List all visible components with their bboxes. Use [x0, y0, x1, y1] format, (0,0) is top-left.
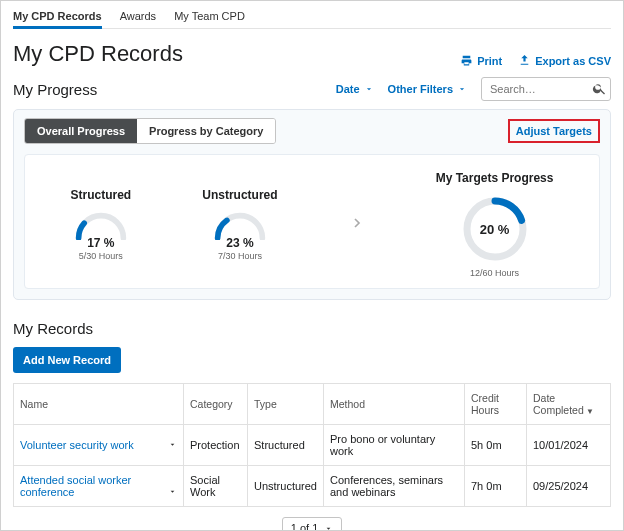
cell-credit: 7h 0m [465, 466, 527, 507]
export-label: Export as CSV [535, 55, 611, 67]
targets-gauge-block: My Targets Progress 20 % 12/60 Hours [436, 171, 554, 278]
tab-my-team-cpd[interactable]: My Team CPD [174, 6, 245, 28]
cell-date: 10/01/2024 [527, 425, 611, 466]
print-label: Print [477, 55, 502, 67]
structured-gauge-icon [73, 210, 129, 240]
search-input[interactable] [481, 77, 611, 101]
cell-type: Structured [248, 425, 324, 466]
cell-category: Protection [184, 425, 248, 466]
record-name-text: Volunteer security work [20, 439, 134, 451]
unstructured-gauge-icon [212, 210, 268, 240]
cell-date: 09/25/2024 [527, 466, 611, 507]
pager[interactable]: 1 of 1 [282, 517, 343, 531]
cell-credit: 5h 0m [465, 425, 527, 466]
targets-label: My Targets Progress [436, 171, 554, 185]
table-row: Attended social worker conference Social… [14, 466, 611, 507]
other-filters-label: Other Filters [388, 83, 453, 95]
export-icon [518, 54, 531, 67]
my-progress-heading: My Progress [13, 81, 97, 98]
record-name-link[interactable]: Attended social worker conference [14, 466, 184, 507]
adjust-targets-highlight: Adjust Targets [508, 119, 600, 143]
cell-method: Conferences, seminars and webinars [323, 466, 464, 507]
col-date[interactable]: Date Completed [527, 384, 611, 425]
nav-tabs: My CPD Records Awards My Team CPD [13, 5, 611, 29]
col-credit[interactable]: Credit Hours [465, 384, 527, 425]
chevron-down-icon [324, 524, 333, 532]
cell-method: Pro bono or voluntary work [323, 425, 464, 466]
cell-category: Social Work [184, 466, 248, 507]
cell-type: Unstructured [248, 466, 324, 507]
arrow-icon [349, 213, 365, 236]
tab-awards[interactable]: Awards [120, 6, 156, 28]
chevron-down-icon[interactable] [168, 440, 177, 449]
export-csv-button[interactable]: Export as CSV [518, 54, 611, 67]
tab-my-cpd-records[interactable]: My CPD Records [13, 6, 102, 28]
targets-sub: 12/60 Hours [470, 268, 519, 278]
record-name-text: Attended social worker conference [20, 474, 131, 498]
record-name-link[interactable]: Volunteer security work [14, 425, 184, 466]
unstructured-label: Unstructured [202, 188, 277, 202]
progress-view-toggle: Overall Progress Progress by Category [24, 118, 276, 144]
structured-sub: 5/30 Hours [79, 251, 123, 261]
tab-overall-progress[interactable]: Overall Progress [25, 119, 137, 143]
print-button[interactable]: Print [460, 54, 502, 67]
chevron-down-icon[interactable] [168, 487, 177, 496]
search-wrapper [481, 77, 611, 101]
add-new-record-button[interactable]: Add New Record [13, 347, 121, 373]
tab-progress-by-category[interactable]: Progress by Category [137, 119, 275, 143]
print-icon [460, 54, 473, 67]
chevron-down-icon [457, 84, 467, 94]
chevron-down-icon [364, 84, 374, 94]
table-row: Volunteer security work Protection Struc… [14, 425, 611, 466]
unstructured-gauge-block: Unstructured 23 % 7/30 Hours [202, 188, 277, 261]
other-filters[interactable]: Other Filters [388, 83, 467, 95]
date-filter[interactable]: Date [336, 83, 374, 95]
structured-label: Structured [71, 188, 132, 202]
col-name[interactable]: Name [14, 384, 184, 425]
records-table: Name Category Type Method Credit Hours D… [13, 383, 611, 507]
pager-label: 1 of 1 [291, 522, 319, 531]
col-type[interactable]: Type [248, 384, 324, 425]
structured-gauge-block: Structured 17 % 5/30 Hours [71, 188, 132, 261]
col-category[interactable]: Category [184, 384, 248, 425]
my-records-heading: My Records [13, 320, 611, 337]
date-filter-label: Date [336, 83, 360, 95]
unstructured-sub: 7/30 Hours [218, 251, 262, 261]
col-method[interactable]: Method [323, 384, 464, 425]
progress-gauges: Structured 17 % 5/30 Hours Unstructured … [24, 154, 600, 289]
page-title: My CPD Records [13, 41, 183, 67]
targets-pct: 20 % [459, 193, 531, 265]
progress-panel: Overall Progress Progress by Category Ad… [13, 109, 611, 300]
adjust-targets-link[interactable]: Adjust Targets [516, 125, 592, 137]
